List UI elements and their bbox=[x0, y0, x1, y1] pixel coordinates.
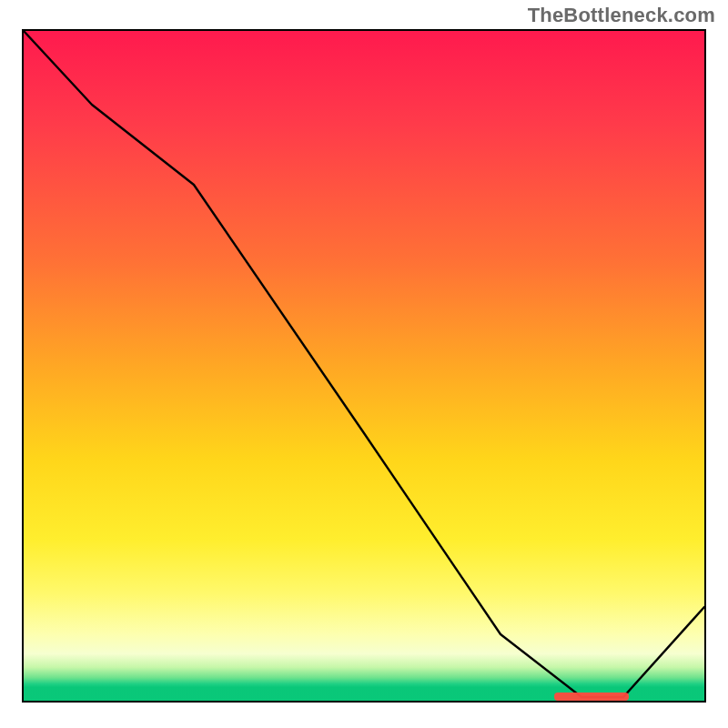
chart-frame: TheBottleneck.com bbox=[0, 0, 728, 728]
optimum-marker bbox=[554, 693, 629, 701]
curve-path bbox=[24, 31, 704, 697]
plot-area bbox=[22, 29, 706, 703]
watermark-label: TheBottleneck.com bbox=[528, 4, 715, 27]
line-series bbox=[24, 31, 704, 701]
